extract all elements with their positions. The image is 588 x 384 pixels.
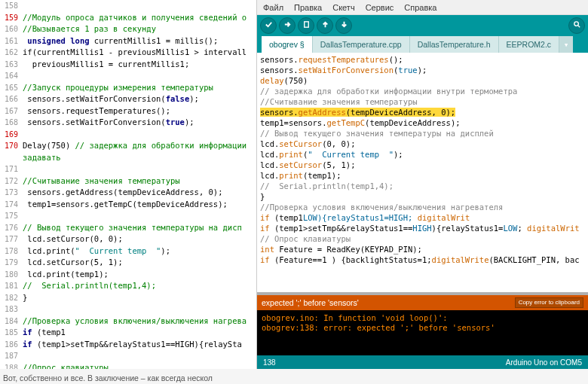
tabs-dropdown[interactable]: ▾ — [559, 36, 573, 53]
code-line: 178 lcd.print(" Current temp "); — [0, 245, 256, 258]
code-line: 183 — [0, 303, 256, 315]
console-line: obogrev.ino: In function 'void loop()': — [262, 313, 583, 323]
code-line: lcd.print(" Current temp "); — [260, 149, 585, 160]
tab-dallastemp-cpp[interactable]: DallasTemperature.cpp — [313, 36, 410, 53]
code-line: sensors.setWaitForConversion(true); — [260, 65, 585, 75]
code-line: 162if(currentMillis1 - previousMillis1 >… — [0, 47, 256, 59]
code-line: 186if (temp1>setTmp&&relayStatus1==HIGH)… — [0, 339, 256, 351]
code-line: 180 lcd.print(temp1); — [0, 269, 256, 281]
code-line: 176// Вывод текущего значения температур… — [0, 222, 256, 234]
console-output[interactable]: obogrev.ino: In function 'void loop()':o… — [257, 310, 588, 355]
code-line: 172//Считывание значения температуры — [0, 175, 256, 187]
code-line: // Serial.println(temp1,4); — [260, 181, 585, 191]
code-line: 174 temp1=sensors.getTempC(tempDeviceAdd… — [0, 199, 256, 211]
magnifier-icon — [573, 20, 581, 31]
menu-bar: Файл Правка Скетч Сервис Справка — [257, 0, 588, 15]
right-code-editor[interactable]: sensors.requestTemperatures();sensors.se… — [257, 53, 588, 292]
code-line: lcd.setCursor(5, 1); — [260, 160, 585, 170]
code-line: 163 previousMillis1 = currentMillis1; — [0, 59, 256, 71]
status-bar: 138 Arduino Uno on COM5 — [257, 355, 588, 369]
code-line: 168 sensors.setWaitForConversion(true); — [0, 117, 256, 129]
code-line: sensors.requestTemperatures(); — [260, 54, 585, 65]
console-line: obogrev:138: error: expected ';' before … — [262, 323, 583, 333]
arrow-up-icon — [321, 20, 329, 31]
upload-button[interactable] — [279, 17, 296, 34]
code-line: 179 lcd.setCursor(5, 1); — [0, 257, 256, 269]
code-line: 188//Опрос клавиатуры — [0, 362, 256, 370]
status-line-number: 138 — [263, 358, 276, 367]
code-line: 185if (temp1 — [0, 327, 256, 339]
tab-eeprom2[interactable]: EEPROM2.c — [499, 36, 560, 53]
chevron-down-icon: ▾ — [564, 40, 569, 50]
code-line: // Опрос клавиатуры — [260, 233, 585, 244]
left-code-editor[interactable]: 158159//Модуль опроса датчиков и получен… — [0, 0, 257, 369]
code-line: 171 — [0, 163, 256, 175]
tabs-bar: obogrev § DallasTemperature.cpp DallasTe… — [257, 36, 588, 53]
error-message: expected ';' before 'sensors' — [262, 298, 515, 307]
code-line: 182} — [0, 292, 256, 304]
code-line: lcd.print(temp1); — [260, 170, 585, 181]
code-line: delay(750) — [260, 75, 585, 86]
footer-article-text: Вот, собственно и все. В заключение – ка… — [3, 373, 213, 382]
arduino-ide-window: Файл Правка Скетч Сервис Справка obogrev… — [257, 0, 588, 369]
arrow-down-icon — [340, 20, 348, 31]
menu-tools[interactable]: Сервис — [366, 3, 394, 12]
save-sketch-button[interactable] — [335, 17, 352, 34]
code-line: 169 — [0, 129, 256, 141]
code-line: 161 unsigned long currentMillis1 = milli… — [0, 35, 256, 47]
code-line: 181// Serial.println(temp1,4); — [0, 280, 256, 292]
code-line: //Считывание значения температуры — [260, 96, 585, 107]
svg-point-1 — [574, 22, 578, 26]
error-bar: expected ';' before 'sensors' Copy error… — [257, 295, 588, 310]
toolbar — [257, 15, 588, 36]
new-sketch-button[interactable] — [298, 17, 314, 34]
code-line: 170Delay(750) // задержка для обработки … — [0, 140, 256, 152]
menu-sketch[interactable]: Скетч — [332, 3, 354, 12]
serial-monitor-button[interactable] — [568, 17, 585, 34]
check-icon — [265, 20, 273, 31]
code-line: 167 sensors.requestTemperatures(); — [0, 105, 256, 117]
code-line: // Вывод текущего значения температуры н… — [260, 128, 585, 139]
code-line: if (temp1LOW){relayStatus1=HIGH; digital… — [260, 212, 585, 223]
code-line: 184//Проверка условия включения/выключен… — [0, 315, 256, 328]
arrow-right-icon — [283, 20, 292, 31]
code-line: int Feature = ReadKey(KEYPAD_PIN); — [260, 244, 585, 254]
code-line: temp1=sensors.getTempC(tempDeviceAddress… — [260, 117, 585, 128]
file-icon — [302, 20, 311, 31]
code-line: 164 — [0, 70, 256, 82]
code-line: 158 — [0, 0, 256, 12]
open-sketch-button[interactable] — [317, 17, 333, 34]
code-line: 177 lcd.setCursor(0, 0); — [0, 233, 256, 245]
code-line: } — [260, 191, 585, 202]
status-board-port: Arduino Uno on COM5 — [506, 358, 582, 367]
tab-obogrev[interactable]: obogrev § — [262, 36, 313, 53]
verify-button[interactable] — [260, 17, 277, 34]
code-line: if (temp1>setTmp&&relayStatus1==HIGH){re… — [260, 223, 585, 233]
menu-file[interactable]: Файл — [263, 3, 283, 12]
code-line: // задержка для обработки информации вну… — [260, 86, 585, 96]
code-line: 160//Вызывается 1 раз в секунду — [0, 23, 256, 35]
svg-rect-0 — [304, 22, 308, 27]
code-line: sensors.getAddress(tempDeviceAddress, 0)… — [260, 107, 585, 117]
code-line: 166 sensors.setWaitForConversion(false); — [0, 93, 256, 105]
code-line: 159//Модуль опроса датчиков и получения … — [0, 12, 256, 24]
code-line: //Проверка условия включения/выключения … — [260, 202, 585, 212]
code-line: lcd.setCursor(0, 0); — [260, 139, 585, 149]
code-line: 187 — [0, 350, 256, 362]
menu-edit[interactable]: Правка — [294, 3, 322, 12]
tab-dallastemp-h[interactable]: DallasTemperature.h — [410, 36, 499, 53]
code-line: 175 — [0, 210, 256, 222]
copy-error-button[interactable]: Copy error to clipboard — [515, 297, 583, 308]
code-line: 173 sensors.getAddress(tempDeviceAddress… — [0, 187, 256, 199]
menu-help[interactable]: Справка — [404, 3, 436, 12]
code-line: if (Feature==1 ) {backlightStatus=1;digi… — [260, 254, 585, 265]
code-line: 165//Запуск процедуры измерения температ… — [0, 82, 256, 94]
